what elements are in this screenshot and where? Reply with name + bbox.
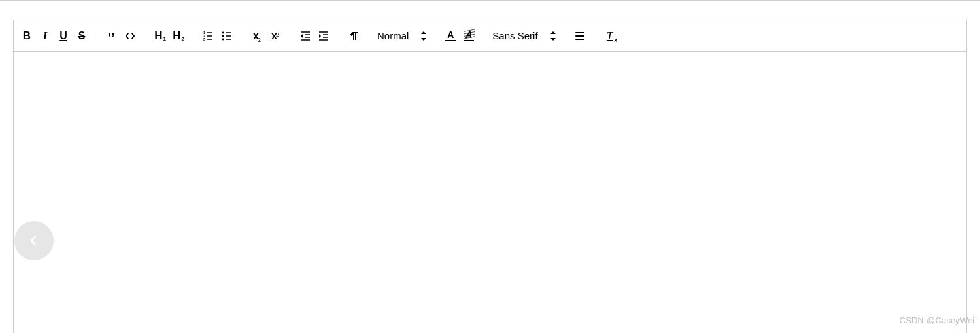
size-picker-label: Normal [377, 30, 409, 41]
bold-button[interactable]: B [18, 27, 36, 45]
blockquote-icon [106, 30, 118, 42]
group-script: x2 x2 [248, 27, 284, 45]
header-2-button[interactable]: H2 [169, 27, 188, 45]
chevron-left-icon [27, 234, 41, 247]
bold-icon: B [23, 29, 31, 43]
underline-button[interactable]: U [54, 27, 73, 45]
prev-nav-button[interactable] [14, 221, 54, 260]
italic-icon: I [43, 29, 48, 43]
indent-icon [318, 30, 329, 42]
group-color: A A [441, 27, 478, 45]
dropdown-arrows-icon [550, 31, 556, 41]
ordered-list-button[interactable]: 1 2 3 [199, 27, 218, 45]
header-2-icon: H2 [173, 29, 184, 43]
text-direction-button[interactable] [345, 27, 363, 45]
strike-button[interactable]: S [73, 27, 91, 45]
editor-content-area[interactable] [14, 52, 966, 333]
italic-button[interactable]: I [36, 27, 54, 45]
group-lists: 1 2 3 [199, 27, 236, 45]
text-color-icon: A [445, 30, 456, 41]
subscript-icon: x2 [253, 30, 261, 42]
bullet-list-icon [221, 30, 233, 42]
indent-button[interactable] [314, 27, 333, 45]
group-inline-style: B I U S [18, 27, 91, 45]
group-direction [345, 27, 363, 45]
group-headers: H1 H2 [151, 27, 188, 45]
svg-point-3 [222, 31, 224, 33]
code-icon [124, 30, 136, 42]
svg-point-4 [222, 35, 224, 37]
dropdown-arrows-icon [420, 31, 427, 41]
editor-toolbar: B I U S [14, 20, 966, 52]
outdent-button[interactable] [296, 27, 314, 45]
direction-icon [348, 30, 360, 42]
clear-format-icon: Tx [607, 29, 613, 43]
strike-icon: S [78, 30, 86, 42]
group-font: Sans Serif [490, 27, 558, 45]
group-clean: Tx [601, 27, 619, 45]
outdent-icon [299, 30, 311, 42]
group-align [571, 27, 589, 45]
watermark-text: CSDN @CaseyWei [900, 315, 975, 325]
background-color-icon: A [464, 30, 474, 41]
group-indent [296, 27, 333, 45]
svg-point-5 [222, 38, 224, 40]
underline-icon: U [59, 30, 67, 42]
font-picker[interactable]: Sans Serif [490, 27, 558, 45]
svg-text:3: 3 [203, 37, 205, 41]
align-button[interactable] [571, 27, 589, 45]
font-picker-label: Sans Serif [492, 30, 537, 41]
bullet-list-button[interactable] [218, 27, 236, 45]
subscript-button[interactable]: x2 [248, 27, 266, 45]
group-size: Normal [375, 27, 430, 45]
clear-format-button[interactable]: Tx [601, 27, 619, 45]
background-color-button[interactable]: A [460, 27, 478, 45]
text-color-button[interactable]: A [441, 27, 460, 45]
group-block [103, 27, 139, 45]
ordered-list-icon: 1 2 3 [203, 30, 214, 42]
page-top-divider [0, 0, 980, 1]
size-picker[interactable]: Normal [375, 27, 430, 45]
code-block-button[interactable] [121, 27, 139, 45]
header-1-button[interactable]: H1 [151, 27, 169, 45]
header-1-icon: H1 [154, 29, 166, 43]
blockquote-button[interactable] [103, 27, 121, 45]
superscript-icon: x2 [271, 30, 279, 42]
rich-text-editor: B I U S [13, 20, 967, 333]
align-icon [574, 30, 586, 42]
superscript-button[interactable]: x2 [266, 27, 284, 45]
